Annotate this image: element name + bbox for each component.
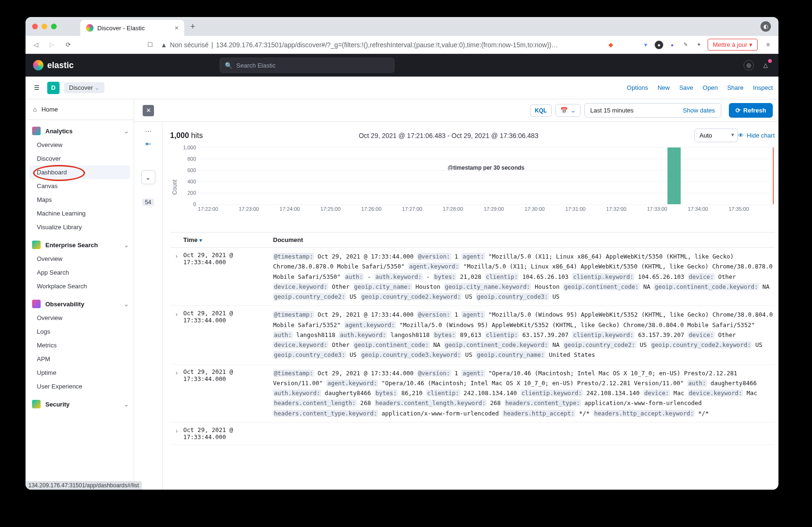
nav-section-security[interactable]: Security⌄: [26, 393, 134, 411]
x-tick: 17:35:00: [728, 206, 769, 212]
date-range-display[interactable]: Last 15 minutes Show dates: [584, 103, 721, 118]
filter-icon[interactable]: ⇤: [145, 140, 151, 147]
interval-select[interactable]: Auto: [694, 129, 738, 142]
x-tick: 17:23:00: [239, 206, 279, 212]
reload-button[interactable]: ⟳: [62, 39, 74, 51]
col-header-document[interactable]: Document: [273, 236, 775, 243]
topnav-new[interactable]: New: [658, 84, 670, 91]
extension-icon[interactable]: ▼: [641, 41, 650, 49]
hide-chart-button[interactable]: 👁 Hide chart: [738, 132, 775, 139]
help-icon[interactable]: ◎: [744, 60, 754, 70]
date-quick-select[interactable]: 📅⌄: [556, 104, 581, 117]
nav-item-overview[interactable]: Overview: [29, 138, 130, 152]
x-tick: 17:22:00: [198, 206, 239, 212]
row-document: [273, 426, 775, 441]
table-row: ›Oct 29, 2021 @ 17:33:44.000@timestamp: …: [170, 306, 775, 364]
nav-item-discover[interactable]: Discover: [29, 152, 130, 165]
browser-tabbar: Discover - Elastic × + ◐: [26, 17, 778, 36]
topnav-open[interactable]: Open: [703, 84, 718, 91]
elastic-favicon: [86, 24, 94, 32]
nav-item-dashboard[interactable]: Dashboard: [29, 165, 130, 179]
home-icon: ⌂: [33, 106, 37, 113]
bookmark-icon[interactable]: ☐: [145, 39, 156, 51]
nav-item-user-experience[interactable]: User Experience: [29, 380, 130, 393]
nav-toggle-icon[interactable]: ☰: [31, 82, 43, 94]
newsfeed-icon[interactable]: △: [761, 60, 771, 70]
forward-button[interactable]: ▷: [46, 39, 58, 51]
collapse-sidebar-button[interactable]: ✕: [143, 105, 154, 116]
expand-row-icon[interactable]: ›: [170, 368, 183, 418]
x-tick: 17:26:00: [361, 206, 402, 212]
url-field[interactable]: ▲ Non sécurisé | 134.209.176.47:31501/ap…: [161, 41, 604, 49]
x-tick: 17:29:00: [484, 206, 524, 212]
expand-row-icon[interactable]: ›: [170, 426, 183, 441]
x-tick: 17:27:00: [402, 206, 443, 212]
nav-section-observability[interactable]: Observability⌄: [26, 293, 134, 311]
sort-desc-icon: ▼: [198, 238, 203, 243]
fields-icon[interactable]: ⋯: [145, 128, 152, 135]
nav-item-apm[interactable]: APM: [29, 352, 130, 366]
tab-title: Discover - Elastic: [97, 25, 145, 32]
topnav-share[interactable]: Share: [727, 84, 744, 91]
show-dates-link[interactable]: Show dates: [683, 107, 715, 114]
back-button[interactable]: ◁: [30, 39, 42, 51]
nav-section-analytics[interactable]: Analytics⌄: [26, 120, 134, 138]
chevron-down-icon: ⌄: [124, 128, 129, 135]
elastic-logo[interactable]: elastic: [33, 60, 74, 70]
nav-item-logs[interactable]: Logs: [29, 325, 130, 338]
nav-item-app-search[interactable]: App Search: [29, 266, 130, 279]
nav-item-metrics[interactable]: Metrics: [29, 338, 130, 352]
expand-row-icon[interactable]: ›: [170, 310, 183, 360]
top-nav-links: OptionsNewSaveOpenShareInspect: [627, 84, 773, 91]
topnav-save[interactable]: Save: [679, 84, 693, 91]
refresh-button[interactable]: ⟳ Refresh: [729, 103, 773, 118]
nav-section-enterprise-search[interactable]: Enterprise Search⌄: [26, 234, 134, 252]
extension-icon[interactable]: ●: [668, 41, 676, 49]
topnav-options[interactable]: Options: [627, 84, 648, 91]
nav-home[interactable]: ⌂ Home: [26, 99, 134, 120]
nav-item-overview[interactable]: Overview: [29, 311, 130, 325]
nav-home-label: Home: [42, 106, 58, 113]
section-icon: [32, 241, 41, 249]
nav-item-machine-learning[interactable]: Machine Learning: [29, 207, 130, 220]
nav-item-visualize-library[interactable]: Visualize Library: [29, 220, 130, 234]
search-icon: 🔍: [225, 62, 232, 69]
x-tick: 17:25:00: [320, 206, 361, 212]
space-avatar[interactable]: D: [47, 82, 60, 94]
col-header-time[interactable]: Time▼: [183, 236, 273, 243]
nav-item-workplace-search[interactable]: Workplace Search: [29, 279, 130, 293]
expand-row-icon[interactable]: ›: [170, 251, 183, 302]
breadcrumb-discover[interactable]: Discover ⌄: [64, 82, 104, 93]
x-tick: 17:33:00: [647, 206, 688, 212]
histogram-bar[interactable]: [667, 147, 681, 204]
close-window-button[interactable]: [32, 24, 38, 29]
kibana-nav-sidebar: ⌂ Home Analytics⌄OverviewDiscoverDashboa…: [26, 99, 134, 490]
browser-menu-icon[interactable]: ≡: [762, 39, 774, 51]
x-tick: 17:31:00: [565, 206, 606, 212]
row-time: Oct 29, 2021 @ 17:33:44.000: [183, 426, 273, 441]
x-tick: 17:24:00: [280, 206, 320, 212]
calendar-icon: 📅: [560, 107, 568, 114]
profile-icon[interactable]: ◐: [761, 21, 771, 32]
extension-icon[interactable]: ●: [655, 41, 663, 49]
nav-item-canvas[interactable]: Canvas: [29, 179, 130, 193]
extensions-puzzle-icon[interactable]: ✦: [694, 41, 703, 49]
histogram-chart[interactable]: Count 02004006008001,000 17:22:0017:23:0…: [170, 147, 775, 227]
minimize-window-button[interactable]: [42, 24, 47, 29]
browser-tab[interactable]: Discover - Elastic ×: [80, 20, 184, 36]
update-browser-button[interactable]: Mettre à jour▾: [708, 39, 758, 51]
global-search-input[interactable]: 🔍 Search Elastic: [220, 58, 394, 73]
new-tab-button[interactable]: +: [187, 21, 198, 32]
kql-toggle[interactable]: KQL: [530, 104, 551, 117]
chevron-down-icon: ⌄: [124, 301, 129, 308]
expand-fields-button[interactable]: ⌄: [141, 170, 155, 184]
close-tab-icon[interactable]: ×: [175, 24, 179, 32]
extension-icon[interactable]: ✎: [681, 41, 690, 49]
x-tick: 17:28:00: [443, 206, 484, 212]
topnav-inspect[interactable]: Inspect: [753, 84, 773, 91]
maximize-window-button[interactable]: [51, 24, 57, 29]
nav-item-uptime[interactable]: Uptime: [29, 366, 130, 380]
nav-item-overview[interactable]: Overview: [29, 252, 130, 266]
nav-item-maps[interactable]: Maps: [29, 193, 130, 207]
brave-shields-icon[interactable]: ◆: [608, 41, 613, 48]
